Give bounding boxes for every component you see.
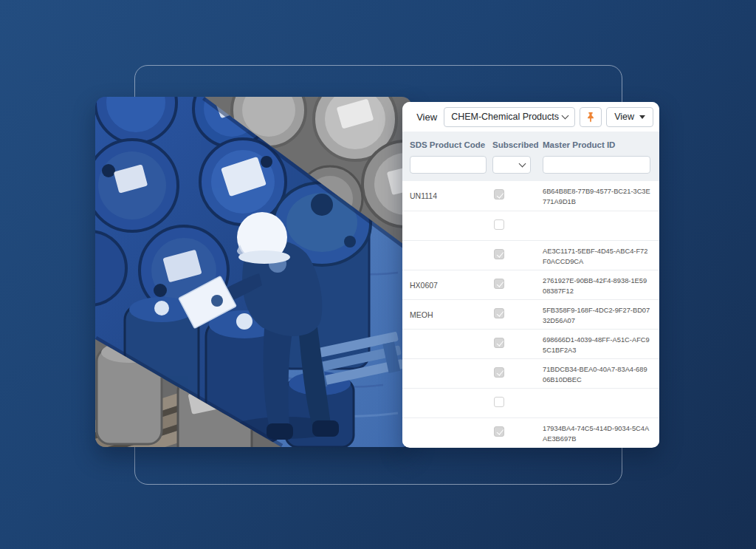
table-row[interactable]: 17934BA4-74C5-414D-9034-5C4AAE3B697B <box>402 417 659 447</box>
table-row[interactable]: 71BDCB34-BEA0-40A7-83A4-68906B10DBEC <box>402 358 659 388</box>
subscribed-cell <box>492 367 543 381</box>
view-select[interactable]: CHEM-Chemical Products <box>444 107 575 127</box>
chevron-down-icon <box>519 160 526 168</box>
master-product-id-cell: 6B64B8E8-77B9-4577-BC21-3C3E771A9D1B <box>543 185 659 207</box>
table-row[interactable]: HX0607 2761927E-90BB-42F4-8938-1E5908387… <box>402 270 659 299</box>
table-row[interactable] <box>402 211 659 240</box>
warehouse-barrels-photo <box>95 97 412 447</box>
view-menu-button-label: View <box>614 112 634 122</box>
master-product-id-cell <box>543 403 659 404</box>
view-select-value: CHEM-Chemical Products <box>451 112 559 122</box>
pushpin-icon <box>585 112 596 123</box>
product-table-panel: View CHEM-Chemical Products View SDS Pro… <box>402 102 659 448</box>
subscribed-cell <box>492 308 543 321</box>
sds-product-code-cell: MEOH <box>402 310 492 319</box>
subscribed-checkbox[interactable] <box>494 189 504 200</box>
warehouse-photo-card <box>95 97 412 447</box>
subscribed-checkbox[interactable] <box>494 308 504 318</box>
view-label: View <box>416 112 437 123</box>
column-header-sds-product-code: SDS Product Code <box>402 140 492 149</box>
sds-product-code-cell: UN1114 <box>402 191 492 200</box>
subscribed-filter-select[interactable] <box>492 156 531 174</box>
sds-product-code-filter-input[interactable] <box>410 156 487 174</box>
column-header-master-product-id: Master Product ID <box>543 140 659 149</box>
subscribed-cell <box>492 338 543 351</box>
subscribed-checkbox[interactable] <box>494 338 504 348</box>
subscribed-checkbox[interactable] <box>494 249 504 259</box>
subscribed-checkbox[interactable] <box>494 426 504 437</box>
pin-button[interactable] <box>580 107 602 127</box>
column-header-subscribed: Subscribed <box>492 140 543 149</box>
subscribed-cell <box>492 189 543 202</box>
master-product-id-cell: 17934BA4-74C5-414D-9034-5C4AAE3B697B <box>543 422 659 444</box>
chevron-down-icon <box>562 112 569 120</box>
toolbar: View CHEM-Chemical Products View <box>402 102 659 132</box>
subscribed-cell <box>492 426 543 440</box>
master-product-id-cell: 5FB358F9-168F-4DC2-9F27-BD0732D56A07 <box>543 304 659 326</box>
table-header: SDS Product Code Subscribed Master Produ… <box>402 132 659 181</box>
subscribed-checkbox[interactable] <box>494 397 504 407</box>
master-product-id-cell: 2761927E-90BB-42F4-8938-1E5908387F12 <box>543 274 659 296</box>
master-product-id-cell: 698666D1-4039-48FF-A51C-AFC95C1BF2A3 <box>543 333 659 355</box>
subscribed-checkbox[interactable] <box>494 219 504 230</box>
table-row[interactable]: UN1114 6B64B8E8-77B9-4577-BC21-3C3E771A9… <box>402 181 659 211</box>
caret-down-icon <box>639 115 645 119</box>
subscribed-cell <box>492 249 543 262</box>
table-row[interactable]: 698666D1-4039-48FF-A51C-AFC95C1BF2A3 <box>402 329 659 358</box>
subscribed-cell <box>492 397 543 410</box>
subscribed-cell <box>492 279 543 292</box>
table-row[interactable]: MEOH 5FB358F9-168F-4DC2-9F27-BD0732D56A0… <box>402 299 659 329</box>
subscribed-checkbox[interactable] <box>494 279 504 289</box>
view-menu-button[interactable]: View <box>606 107 653 127</box>
subscribed-checkbox[interactable] <box>494 367 504 378</box>
master-product-id-filter-input[interactable] <box>543 156 650 174</box>
table-body: UN1114 6B64B8E8-77B9-4577-BC21-3C3E771A9… <box>402 181 659 448</box>
master-product-id-cell <box>543 225 659 227</box>
table-row[interactable] <box>402 388 659 417</box>
table-row[interactable]: AE3C1171-5EBF-4D45-ABC4-F72F0ACCD9CA <box>402 240 659 270</box>
master-product-id-cell: AE3C1171-5EBF-4D45-ABC4-F72F0ACCD9CA <box>543 245 659 267</box>
master-product-id-cell: 71BDCB34-BEA0-40A7-83A4-68906B10DBEC <box>543 363 659 385</box>
sds-product-code-cell: HX0607 <box>402 281 492 290</box>
subscribed-cell <box>492 219 543 233</box>
